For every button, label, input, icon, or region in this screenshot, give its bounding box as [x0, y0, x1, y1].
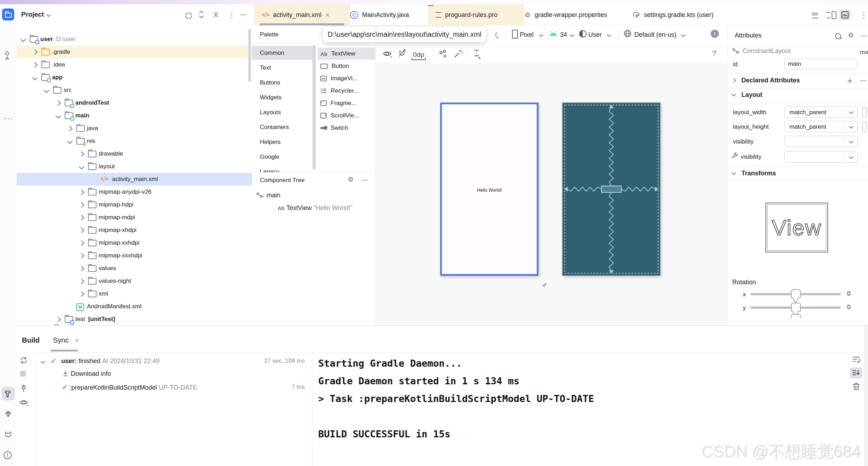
project-scrollbar[interactable]	[248, 29, 251, 82]
component-tree-hide-icon[interactable]: —	[362, 176, 368, 184]
api-selector[interactable]: 34	[560, 31, 567, 39]
palette-item-textview[interactable]: AbTextView	[318, 48, 375, 60]
chevron-down-icon[interactable]	[732, 92, 736, 97]
palette-category[interactable]: Layouts	[252, 105, 313, 119]
palette-item-scrollview[interactable]: ScrollVie...	[318, 110, 375, 122]
palette-item-recyclerview[interactable]: Recycler...	[318, 85, 375, 97]
preview-eye-icon[interactable]	[19, 399, 28, 406]
tree-row[interactable]: src	[17, 84, 252, 97]
structure-icon[interactable]	[4, 51, 13, 59]
build-row-download[interactable]: Download info	[62, 370, 111, 378]
tab-activity-main[interactable]: </> activity_main.xml ×	[254, 4, 350, 25]
locale-selector[interactable]: Default (en-us)	[634, 31, 676, 39]
tree-row[interactable]: M AndroidManifest.xml	[17, 300, 252, 313]
palette-category[interactable]: Buttons	[252, 76, 313, 89]
tree-row[interactable]: values-night	[17, 275, 252, 287]
palette-category[interactable]: Legacy	[252, 165, 313, 173]
autoconnect-magnet-icon[interactable]	[397, 49, 407, 58]
tree-row[interactable]: userD:\user	[17, 33, 252, 46]
palette-item-button[interactable]: Button	[318, 60, 375, 72]
chevron-right-icon[interactable]	[732, 78, 736, 83]
tools-visibility-combo[interactable]	[784, 151, 858, 163]
rotation-y-thumb[interactable]	[791, 303, 801, 312]
tree-row[interactable]: .gitignore	[17, 321, 252, 325]
tree-row[interactable]: java	[17, 122, 252, 135]
console-scrollbar-gutter[interactable]	[864, 326, 868, 466]
palette-scrollbar[interactable]	[313, 45, 316, 170]
declared-attributes-header[interactable]: Declared Attributes	[741, 77, 800, 84]
layout-height-combo[interactable]: match_parent	[784, 121, 858, 132]
rotation-x-thumb[interactable]	[791, 289, 801, 298]
search-icon[interactable]	[835, 33, 841, 39]
tree-row[interactable]: mipmap-hdpi	[17, 198, 252, 211]
tree-row[interactable]: res	[17, 135, 252, 147]
canvas-resize-handle[interactable]	[539, 279, 547, 287]
palette-category[interactable]: Widgets	[252, 91, 313, 104]
design-surface[interactable]: ☾ Pixel 34 User Default (en-us) ! 0dp	[375, 25, 728, 325]
preview-image-button[interactable]	[839, 10, 851, 20]
tree-row[interactable]: androidTest	[17, 97, 252, 109]
tab-proguard[interactable]: proguard-rules.pro	[428, 4, 525, 25]
build-row-prepare[interactable]: ✓ :prepareKotlinBuildScriptModel UP-TO-D…	[62, 383, 197, 391]
close-icon[interactable]: ×	[325, 11, 330, 19]
tree-row[interactable]: layout	[17, 160, 252, 173]
project-tool-button[interactable]	[2, 8, 14, 21]
device-selector[interactable]: Pixel	[520, 31, 534, 39]
chevron-down-icon[interactable]	[732, 170, 736, 175]
tree-row[interactable]: xml	[17, 287, 252, 300]
id-input[interactable]: main	[784, 59, 857, 69]
cat-icon[interactable]	[4, 431, 13, 440]
tree-row[interactable]: mipmap-mdpi	[17, 211, 252, 224]
problems-icon[interactable]: !	[4, 451, 12, 459]
palette-category[interactable]: Containers	[252, 120, 313, 134]
stop-icon[interactable]	[20, 371, 26, 377]
palette-category[interactable]: Google	[252, 150, 313, 164]
tree-row[interactable]: mipmap-xxhdpi	[17, 237, 252, 249]
tree-row-selected[interactable]: </> activity_main.xml	[17, 173, 252, 186]
component-tree-row-root[interactable]: main	[256, 192, 280, 199]
pin-icon[interactable]	[19, 384, 28, 393]
visibility-combo[interactable]	[784, 136, 858, 147]
tree-row[interactable]: .gradle	[17, 46, 252, 58]
settings-gear-icon[interactable]: ⚙	[848, 32, 854, 39]
more-tool-windows-icon[interactable]: ···	[4, 113, 13, 123]
tree-row[interactable]: mipmap-xhdpi	[17, 224, 252, 237]
night-mode-icon[interactable]: ☾	[493, 29, 503, 41]
component-tree-settings-icon[interactable]: ⚙	[348, 176, 354, 183]
tree-row[interactable]: values	[17, 262, 252, 275]
add-attribute-icon[interactable]: +	[847, 75, 852, 86]
help-icon[interactable]: ?	[712, 49, 716, 58]
gem-icon[interactable]	[4, 410, 12, 419]
scroll-to-end-button[interactable]	[850, 367, 862, 379]
default-margin-selector[interactable]: 0dp	[412, 51, 426, 60]
palette-category[interactable]: Helpers	[252, 135, 313, 149]
palette-item-switch[interactable]: Switch	[318, 122, 375, 134]
rotation-z-thumb-partial[interactable]	[791, 314, 801, 318]
remove-attribute-icon[interactable]: —	[860, 77, 866, 84]
palette-category[interactable]: Text	[252, 61, 313, 75]
editor-menu-icon[interactable]	[812, 13, 818, 18]
build-tool-button[interactable]	[1, 387, 15, 400]
build-console-output[interactable]: Starting Gradle Daemon... Gradle Daemon …	[318, 355, 594, 443]
tree-row[interactable]: .idea	[17, 58, 252, 71]
palette-item-fragment[interactable]: Fragme...	[318, 97, 375, 109]
tree-row[interactable]: app	[17, 71, 252, 84]
tab-sync[interactable]: Sync ×	[53, 336, 79, 344]
tab-gradle-wrapper[interactable]: ⚙ gradle-wrapper.properties	[517, 4, 631, 25]
blueprint-preview-phone[interactable]	[562, 103, 660, 276]
component-tree-row-textview[interactable]: Ab TextView "Hello World!"	[278, 204, 353, 212]
clear-console-trash-icon[interactable]	[852, 382, 861, 391]
transforms-section-header[interactable]: Transforms	[741, 170, 776, 177]
palette-category[interactable]: Common	[252, 46, 313, 60]
tab-mainactivity[interactable]: C MainActivity.java	[342, 4, 436, 25]
tree-row[interactable]: mipmap-xxxhdpi	[17, 249, 252, 262]
soft-wrap-icon[interactable]	[852, 355, 861, 364]
tab-settings-gradle[interactable]: K settings.gradle.kts (user)	[623, 4, 742, 25]
infer-constraints-wand-icon[interactable]	[453, 49, 463, 59]
palette-item-imageview[interactable]: ImageVi...	[318, 72, 375, 85]
tree-row[interactable]: main	[17, 109, 252, 122]
view-options-eye-icon[interactable]	[383, 50, 392, 57]
theme-selector[interactable]: User	[588, 31, 602, 39]
layout-width-combo[interactable]: match_parent	[784, 106, 858, 118]
tree-row[interactable]: mipmap-anydpi-v26	[17, 186, 252, 198]
